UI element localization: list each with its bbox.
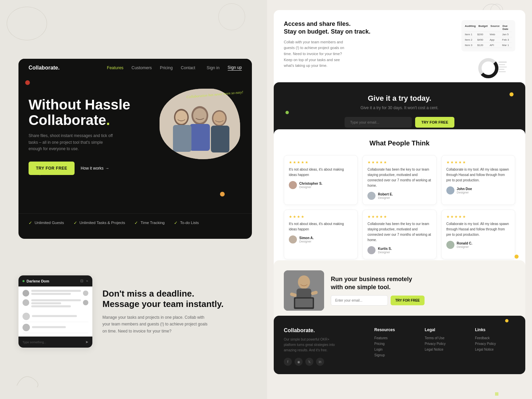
files-title: Access and share files. Stay on budget. … — [284, 20, 455, 36]
how-it-works-button[interactable]: How it works → — [81, 166, 109, 171]
footer-signup-link[interactable]: Signup — [374, 353, 415, 357]
chat-message-2 — [23, 299, 88, 308]
chat-header-icons: ⊡ ⌁ — [80, 279, 88, 283]
chat-lines-2 — [31, 299, 81, 308]
footer-tagline: Our simple but powerful OKR+ platform tu… — [284, 337, 341, 353]
test-name-2: Robert E. — [378, 192, 393, 196]
hero-content: Collaboration has never been so easy! Wi… — [18, 77, 252, 210]
nav-pricing[interactable]: Pricing — [160, 65, 173, 70]
footer-terms-link[interactable]: Terms of Use — [425, 336, 465, 340]
svg-rect-20 — [498, 71, 506, 72]
footer-privacy2-link[interactable]: Privacy Policy — [475, 342, 515, 346]
try-email-input[interactable] — [345, 117, 412, 128]
footer-logo: Collaborate. — [284, 327, 364, 334]
testimonial-3: ★★★★★ Collaborate is my tool. All my ide… — [441, 155, 515, 205]
social-linkedin[interactable]: in — [316, 358, 324, 366]
messaging-text: Don't miss a deadline. Message your team… — [102, 289, 252, 335]
people-illustration — [160, 89, 240, 159]
svg-rect-11 — [211, 126, 229, 152]
test-author-2: Robert E. Designer — [367, 192, 431, 200]
run-biz-section: Run your business remotely with one simp… — [274, 260, 525, 321]
svg-point-10 — [213, 112, 225, 125]
footer-features-link[interactable]: Features — [374, 336, 415, 340]
nav-links: Features Customers Pricing Contact Sign … — [107, 65, 242, 71]
social-twitter[interactable]: 𝕏 — [305, 358, 313, 366]
test-author-1: Christopher S. Designer — [289, 181, 353, 189]
chat-user-name: Darlene Dom — [23, 279, 49, 283]
chat-input-area[interactable]: Type something... ➤ — [18, 337, 92, 348]
messaging-title: Don't miss a deadline. Message your team… — [102, 289, 252, 309]
phone-icon[interactable]: ⌁ — [86, 279, 88, 283]
footer-feedback-link[interactable]: Feedback — [475, 336, 515, 340]
run-biz-email-input[interactable] — [331, 295, 388, 306]
footer-legal: Legal Terms of Use Privacy Policy Legal … — [425, 327, 465, 366]
stars-6: ★★★★★ — [446, 215, 510, 219]
test-avatar-5 — [367, 246, 375, 254]
test-role-4: Designer — [299, 240, 314, 243]
arrow-icon: → — [105, 166, 109, 171]
footer-legal-notice-link[interactable]: Legal Notice — [425, 348, 465, 351]
chat-avatar-1 — [23, 290, 29, 297]
footer-legal2-link[interactable]: Legal Notice — [475, 348, 515, 351]
check-icon-4: ✓ — [174, 220, 178, 225]
test-text-4: It's not about ideas, it's about making … — [289, 221, 353, 232]
svg-rect-5 — [190, 124, 210, 151]
try-today-button[interactable]: TRY FOR FREE — [415, 117, 454, 128]
nav-signin[interactable]: Sign in — [207, 65, 219, 70]
test-name-4: Simon A. — [299, 236, 314, 240]
stars-1: ★★★★★ — [289, 160, 353, 165]
arrow-decoration — [39, 168, 59, 178]
run-biz-text: Run your business remotely with one simp… — [331, 275, 515, 306]
chat-person-1 — [23, 311, 88, 322]
nav-contact[interactable]: Contact — [181, 65, 195, 70]
hero-subtitle: Share files, shoot instant messages and … — [29, 133, 116, 152]
social-facebook[interactable]: f — [284, 358, 292, 366]
svg-point-7 — [175, 110, 187, 124]
footer-resources-title: Resources — [374, 327, 415, 332]
footer-bottom-dot — [495, 392, 498, 396]
test-name-5: Kurtis S. — [378, 247, 392, 251]
person-avatar-1 — [23, 313, 30, 320]
testimonial-1: ★★★★★ It's not about ideas, it's about m… — [284, 155, 358, 205]
social-instagram[interactable]: ◉ — [295, 358, 303, 366]
testimonials-title: What People Think — [284, 139, 515, 147]
footer-privacy-link[interactable]: Privacy Policy — [425, 342, 465, 346]
footer-grid: Collaborate. Our simple but powerful OKR… — [284, 327, 515, 366]
test-role-3: Designer — [457, 191, 472, 194]
run-biz-try-button[interactable]: TRY FOR FREE — [391, 296, 425, 305]
test-name-1: Christopher S. — [299, 182, 322, 185]
svg-rect-8 — [173, 125, 191, 152]
footer-pricing-link[interactable]: Pricing — [374, 342, 415, 346]
feature-chips: ✓ Unlimited Guests ✓ Unlimited Tasks & P… — [18, 213, 252, 229]
video-icon[interactable]: ⊡ — [80, 279, 83, 283]
try-today-form: TRY FOR FREE — [287, 117, 512, 128]
test-author-5: Kurtis S. Designer — [367, 246, 431, 254]
svg-point-22 — [298, 275, 310, 289]
footer-legal-title: Legal — [425, 327, 465, 332]
chat-input-placeholder: Type something... — [23, 341, 46, 344]
try-green-dot — [285, 111, 289, 114]
send-icon[interactable]: ➤ — [85, 340, 88, 344]
test-text-2: Collaborate has been the key to our team… — [367, 167, 431, 188]
test-avatar-2 — [367, 192, 375, 200]
chat-header: Darlene Dom ⊡ ⌁ — [18, 275, 92, 286]
files-table-mock: Auditing Budget Source Due Date Item 1 $… — [461, 20, 515, 51]
chat-person-2 — [23, 322, 88, 333]
footer-brand: Collaborate. Our simple but powerful OKR… — [284, 327, 364, 366]
nav-signup[interactable]: Sign up — [228, 65, 242, 71]
svg-point-4 — [193, 108, 207, 123]
files-section: Access and share files. Stay on budget. … — [274, 10, 525, 88]
deco-circle-tl — [7, 7, 47, 40]
svg-rect-17 — [498, 64, 505, 65]
testimonial-4: ★★★★ It's not about ideas, it's about ma… — [284, 210, 358, 259]
files-visual: Auditing Budget Source Due Date Item 1 $… — [461, 20, 515, 78]
nav-customers[interactable]: Customers — [132, 65, 152, 70]
footer-login-link[interactable]: Login — [374, 348, 415, 351]
main-nav: Collaborate. Features Customers Pricing … — [18, 59, 252, 77]
nav-features[interactable]: Features — [107, 65, 123, 70]
svg-rect-16 — [498, 61, 507, 63]
chat-body — [18, 286, 92, 337]
files-row-2: Item 2 $450 App Feb 3 — [465, 37, 512, 43]
deco-yellow-dot-right — [515, 255, 519, 259]
files-row-3: Item 3 $120 API Mar 1 — [465, 43, 512, 48]
